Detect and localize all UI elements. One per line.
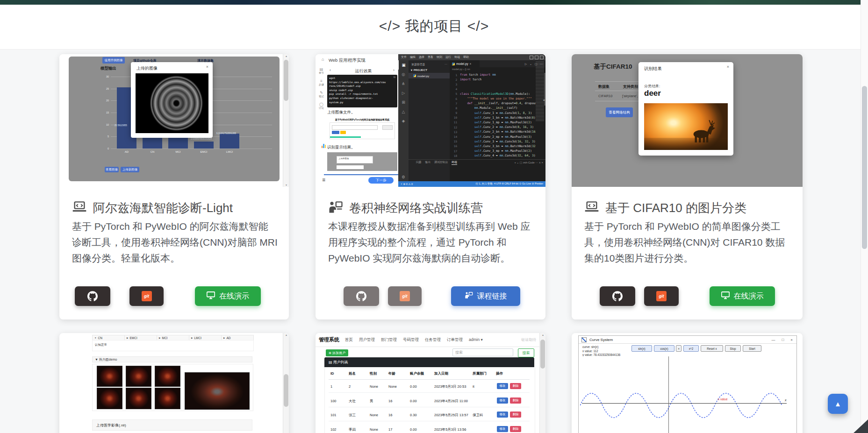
search-button[interactable]: 搜索 [518,348,534,357]
nav-item[interactable]: 首页 [345,337,353,343]
preview-scrollbar[interactable]: ▲ [539,333,545,433]
menu-item[interactable]: 选择 [419,55,424,59]
next-step-button[interactable]: 下一步 [368,177,394,184]
explorer-icon[interactable]: ▣ [398,60,409,70]
edit-button[interactable]: 修改 [497,383,508,389]
project-preview-cifar10[interactable]: 基于CIFAR10 数据集 支持类别 CIFAR10 ['airplane', … [572,54,803,187]
search-input[interactable] [452,348,513,356]
nav-item[interactable]: 订单管理 [447,337,463,343]
curve-button-cos(x)[interactable]: cos(x) [654,345,674,352]
sidebar-item-2[interactable]: ✎笔记 [316,91,327,98]
curve-button-x^2[interactable]: x^2 [683,345,699,352]
copy-icon[interactable]: ⧉ [394,76,395,79]
list-icon[interactable]: ≣ [322,177,326,182]
sidebar-item-1[interactable]: ≡步骤 [316,79,327,86]
brain-heatmap-thumb[interactable] [97,366,122,387]
panel-tab[interactable]: 问题 [416,160,422,165]
nav-item[interactable]: 用户管理 [359,337,375,343]
preview-scrollbar[interactable]: ▲ ▼ [283,54,289,187]
gitee-button[interactable]: git [129,286,164,306]
brain-heatmap-thumb[interactable] [155,366,180,387]
curve-button-sin(x)[interactable]: sin(x) [631,345,652,352]
more-icon[interactable]: ··· [445,63,447,65]
delete-button[interactable]: 删除 [510,412,521,418]
delete-button[interactable]: 删除 [510,398,521,404]
nav-item[interactable]: admin ▾ [469,337,483,343]
add-user-button[interactable]: ⊕ 添加用户 [326,349,348,356]
maximize-icon[interactable]: □ [782,338,784,342]
collapse-icon[interactable]: « [543,99,545,102]
close-icon[interactable]: × [727,64,729,69]
menu-item[interactable]: 终端 [454,55,460,59]
nav-item[interactable]: 号码管理 [403,337,419,343]
delete-button[interactable]: 删除 [510,426,521,432]
brain-heatmap-thumb[interactable] [126,388,151,409]
gear-icon[interactable]: ⚙ [398,175,409,179]
curve-button-Stop[interactable]: Stop [725,345,741,352]
project-preview-course[interactable]: ⌂ Web 应用程序实现 ▤章节≡步骤✎笔记◯讨论 ‹ 运行效果 › ⧉ wge… [316,54,545,187]
nav-item[interactable]: 任务管理 [425,337,441,343]
sidebar-item-0[interactable]: ▤章节 [316,67,327,75]
code-editor[interactable]: 1from torch import nn2import torch345cla… [451,72,536,157]
brain-heatmap-thumb[interactable] [126,366,151,387]
upload-new-image-button[interactable]: 上传新图像 [121,167,139,172]
menu-item[interactable]: 转到 [437,55,442,59]
plot-area[interactable]: x x value [579,356,796,433]
edit-button[interactable]: 修改 [497,426,508,432]
minimize-icon[interactable]: — [771,338,775,342]
gitee-button[interactable]: git [644,286,679,306]
heatmap-section-header[interactable]: ▼ 热力图demo [92,356,252,362]
panel-tab[interactable]: 终端 [452,160,457,165]
view-image-button[interactable]: 查看图像 [105,167,119,172]
close-icon[interactable]: × [470,62,472,65]
preview-scrollbar[interactable]: ▲ [283,333,289,433]
breadcrumb[interactable]: model.py › {} nn [452,68,470,71]
carousel-next[interactable]: › [393,68,395,72]
menu-item[interactable]: 运行 [445,55,451,59]
panel-tab[interactable]: 调试控制台 [434,160,448,165]
admin-brand[interactable]: 管理系统 [319,336,339,343]
tab-modelpy[interactable]: model.py × [450,60,480,67]
edit-button[interactable]: 修改 [497,398,508,404]
test-icon[interactable]: △ [398,107,409,116]
panel-tab[interactable]: 输出 [425,160,431,165]
file-item-modelpy[interactable]: model.py [409,73,450,78]
curve-button-Reset x[interactable]: Reset x [701,345,723,352]
upload-section-header[interactable]: 上传医学影像(.nii) [92,419,252,431]
carousel-prev[interactable]: ‹ [330,68,331,72]
misc-icon[interactable]: ◈ [398,116,409,126]
online-demo-button[interactable]: 在线演示 [195,286,261,306]
view-network-button[interactable]: 查看网络结构 [606,107,633,117]
sidebar-item-3[interactable]: ◯讨论 [316,102,327,110]
github-button[interactable] [75,286,110,306]
run-debug-icon[interactable]: ▷ [398,88,409,98]
project-preview-alzheimer[interactable]: 使用示例图像 项目github仓库 演示数据集 模型输出 30252015105… [59,54,289,187]
brain-heatmap-thumb[interactable] [155,388,180,409]
menu-item[interactable]: 文件 [401,55,407,59]
search-icon[interactable]: ◎ [398,70,409,79]
scroll-to-top-button[interactable]: ▲ [828,394,848,414]
menu-item[interactable]: 查看 [428,55,433,59]
project-folder[interactable]: ∨ PROJECT [410,68,427,71]
github-button[interactable] [344,286,379,306]
brain-heatmap-large[interactable] [185,372,250,410]
extensions-icon[interactable]: ⊞ [398,98,409,107]
page-scrollbar[interactable] [861,0,868,433]
nav-item[interactable]: 部门管理 [381,337,397,343]
curve-button-Start[interactable]: Start [743,345,761,352]
source-control-icon[interactable]: ⋔ [398,79,409,88]
delete-button[interactable]: 删除 [510,383,521,389]
editor-layout-icons[interactable] [530,56,544,59]
edit-button[interactable]: 修改 [497,412,508,418]
menu-item[interactable]: 帮助 [463,55,469,59]
menu-item[interactable]: 编辑 [410,55,416,59]
gitee-button[interactable]: git [388,286,422,306]
minimap[interactable] [536,62,544,121]
close-icon[interactable]: × [790,338,793,342]
curve-button-×[interactable]: × [676,345,681,352]
panel-actions[interactable]: + ⌄ ▢ zsh-Code ⋯ ∧ × [514,161,543,164]
github-button[interactable] [600,286,635,306]
scrollbar-thumb[interactable] [862,86,867,249]
close-icon[interactable]: × [206,64,208,69]
brain-heatmap-thumb[interactable] [97,388,122,409]
